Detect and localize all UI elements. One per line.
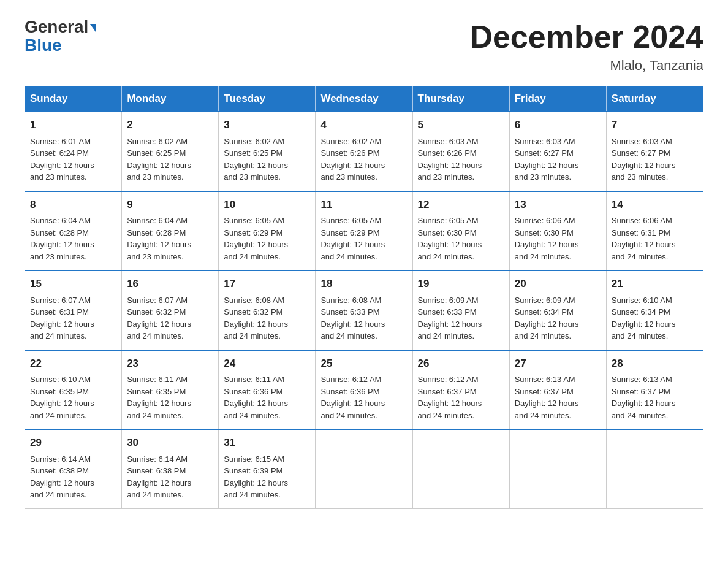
- calendar-cell: [316, 429, 412, 508]
- day-info: Sunrise: 6:04 AMSunset: 6:28 PMDaylight:…: [30, 215, 116, 262]
- calendar-cell: [606, 429, 703, 508]
- day-info: Sunrise: 6:02 AMSunset: 6:26 PMDaylight:…: [320, 136, 407, 183]
- calendar-cell: 20Sunrise: 6:09 AMSunset: 6:34 PMDayligh…: [509, 270, 606, 350]
- calendar-cell: 3Sunrise: 6:02 AMSunset: 6:25 PMDaylight…: [219, 112, 316, 191]
- title-block: December 2024 Mlalo, Tanzania: [469, 18, 703, 74]
- calendar-cell: 14Sunrise: 6:06 AMSunset: 6:31 PMDayligh…: [606, 191, 703, 271]
- day-number: 4: [320, 117, 407, 133]
- calendar-cell: 27Sunrise: 6:13 AMSunset: 6:37 PMDayligh…: [509, 350, 606, 430]
- calendar-table: SundayMondayTuesdayWednesdayThursdayFrid…: [25, 86, 703, 509]
- day-info: Sunrise: 6:10 AMSunset: 6:34 PMDaylight:…: [612, 294, 698, 342]
- day-number: 26: [418, 356, 504, 372]
- calendar-cell: 11Sunrise: 6:05 AMSunset: 6:29 PMDayligh…: [316, 191, 412, 271]
- calendar-cell: 17Sunrise: 6:08 AMSunset: 6:32 PMDayligh…: [219, 270, 316, 350]
- day-info: Sunrise: 6:02 AMSunset: 6:25 PMDaylight:…: [127, 136, 213, 183]
- day-info: Sunrise: 6:02 AMSunset: 6:25 PMDaylight:…: [224, 136, 310, 183]
- day-number: 18: [320, 276, 407, 292]
- calendar-week-3: 15Sunrise: 6:07 AMSunset: 6:31 PMDayligh…: [25, 270, 703, 350]
- calendar-cell: 4Sunrise: 6:02 AMSunset: 6:26 PMDaylight…: [316, 112, 412, 191]
- day-number: 13: [515, 197, 601, 213]
- day-number: 17: [224, 276, 310, 292]
- day-number: 25: [320, 356, 407, 372]
- day-info: Sunrise: 6:08 AMSunset: 6:33 PMDaylight:…: [320, 294, 407, 342]
- logo-line1: General: [25, 18, 96, 36]
- day-info: Sunrise: 6:10 AMSunset: 6:35 PMDaylight:…: [30, 373, 116, 421]
- calendar-cell: 29Sunrise: 6:14 AMSunset: 6:38 PMDayligh…: [25, 429, 122, 508]
- day-number: 7: [612, 117, 698, 133]
- day-number: 15: [30, 276, 116, 292]
- page-header: General Blue December 2024 Mlalo, Tanzan…: [25, 18, 703, 74]
- day-number: 11: [320, 197, 407, 213]
- day-info: Sunrise: 6:07 AMSunset: 6:31 PMDaylight:…: [30, 294, 116, 342]
- day-number: 2: [127, 117, 213, 133]
- calendar-cell: [509, 429, 606, 508]
- weekday-header-sunday: Sunday: [25, 86, 122, 112]
- day-number: 20: [515, 276, 601, 292]
- day-number: 19: [418, 276, 504, 292]
- calendar-week-2: 8Sunrise: 6:04 AMSunset: 6:28 PMDaylight…: [25, 191, 703, 271]
- calendar-week-4: 22Sunrise: 6:10 AMSunset: 6:35 PMDayligh…: [25, 350, 703, 430]
- calendar-cell: 19Sunrise: 6:09 AMSunset: 6:33 PMDayligh…: [412, 270, 509, 350]
- calendar-cell: 18Sunrise: 6:08 AMSunset: 6:33 PMDayligh…: [316, 270, 412, 350]
- calendar-cell: 9Sunrise: 6:04 AMSunset: 6:28 PMDaylight…: [122, 191, 219, 271]
- day-info: Sunrise: 6:13 AMSunset: 6:37 PMDaylight:…: [515, 373, 601, 421]
- day-number: 12: [418, 197, 504, 213]
- logo-line2: Blue: [25, 36, 62, 55]
- day-info: Sunrise: 6:14 AMSunset: 6:38 PMDaylight:…: [30, 453, 116, 501]
- calendar-cell: 30Sunrise: 6:14 AMSunset: 6:38 PMDayligh…: [122, 429, 219, 508]
- calendar-cell: 12Sunrise: 6:05 AMSunset: 6:30 PMDayligh…: [412, 191, 509, 271]
- day-info: Sunrise: 6:09 AMSunset: 6:33 PMDaylight:…: [418, 294, 504, 342]
- day-info: Sunrise: 6:05 AMSunset: 6:30 PMDaylight:…: [418, 215, 504, 262]
- day-number: 8: [30, 197, 116, 213]
- day-info: Sunrise: 6:07 AMSunset: 6:32 PMDaylight:…: [127, 294, 213, 342]
- day-number: 22: [30, 356, 116, 372]
- calendar-cell: 13Sunrise: 6:06 AMSunset: 6:30 PMDayligh…: [509, 191, 606, 271]
- weekday-header-thursday: Thursday: [412, 86, 509, 112]
- calendar-cell: 26Sunrise: 6:12 AMSunset: 6:37 PMDayligh…: [412, 350, 509, 430]
- day-info: Sunrise: 6:11 AMSunset: 6:35 PMDaylight:…: [127, 373, 213, 421]
- day-number: 31: [224, 435, 310, 451]
- calendar-cell: 25Sunrise: 6:12 AMSunset: 6:36 PMDayligh…: [316, 350, 412, 430]
- calendar-cell: 1Sunrise: 6:01 AMSunset: 6:24 PMDaylight…: [25, 112, 122, 191]
- day-info: Sunrise: 6:14 AMSunset: 6:38 PMDaylight:…: [127, 453, 213, 501]
- day-number: 21: [612, 276, 698, 292]
- day-number: 6: [515, 117, 601, 133]
- day-info: Sunrise: 6:06 AMSunset: 6:31 PMDaylight:…: [612, 215, 698, 262]
- calendar-cell: 28Sunrise: 6:13 AMSunset: 6:37 PMDayligh…: [606, 350, 703, 430]
- day-number: 24: [224, 356, 310, 372]
- day-info: Sunrise: 6:03 AMSunset: 6:27 PMDaylight:…: [515, 136, 601, 183]
- calendar-cell: 16Sunrise: 6:07 AMSunset: 6:32 PMDayligh…: [122, 270, 219, 350]
- day-number: 16: [127, 276, 213, 292]
- calendar-week-5: 29Sunrise: 6:14 AMSunset: 6:38 PMDayligh…: [25, 429, 703, 508]
- day-info: Sunrise: 6:03 AMSunset: 6:26 PMDaylight:…: [418, 136, 504, 183]
- weekday-header-friday: Friday: [509, 86, 606, 112]
- day-info: Sunrise: 6:05 AMSunset: 6:29 PMDaylight:…: [320, 215, 407, 262]
- calendar-cell: 8Sunrise: 6:04 AMSunset: 6:28 PMDaylight…: [25, 191, 122, 271]
- calendar-cell: 23Sunrise: 6:11 AMSunset: 6:35 PMDayligh…: [122, 350, 219, 430]
- day-number: 29: [30, 435, 116, 451]
- calendar-cell: 7Sunrise: 6:03 AMSunset: 6:27 PMDaylight…: [606, 112, 703, 191]
- calendar-cell: [412, 429, 509, 508]
- day-number: 27: [515, 356, 601, 372]
- day-info: Sunrise: 6:05 AMSunset: 6:29 PMDaylight:…: [224, 215, 310, 262]
- weekday-header-monday: Monday: [122, 86, 219, 112]
- weekday-header-wednesday: Wednesday: [316, 86, 412, 112]
- day-info: Sunrise: 6:03 AMSunset: 6:27 PMDaylight:…: [612, 136, 698, 183]
- calendar-cell: 21Sunrise: 6:10 AMSunset: 6:34 PMDayligh…: [606, 270, 703, 350]
- day-info: Sunrise: 6:15 AMSunset: 6:39 PMDaylight:…: [224, 453, 310, 501]
- month-title: December 2024: [469, 18, 703, 55]
- day-number: 10: [224, 197, 310, 213]
- calendar-cell: 22Sunrise: 6:10 AMSunset: 6:35 PMDayligh…: [25, 350, 122, 430]
- day-info: Sunrise: 6:01 AMSunset: 6:24 PMDaylight:…: [30, 136, 116, 183]
- day-number: 23: [127, 356, 213, 372]
- calendar-cell: 6Sunrise: 6:03 AMSunset: 6:27 PMDaylight…: [509, 112, 606, 191]
- weekday-header-tuesday: Tuesday: [219, 86, 316, 112]
- day-info: Sunrise: 6:09 AMSunset: 6:34 PMDaylight:…: [515, 294, 601, 342]
- day-info: Sunrise: 6:12 AMSunset: 6:36 PMDaylight:…: [320, 373, 407, 421]
- day-info: Sunrise: 6:13 AMSunset: 6:37 PMDaylight:…: [612, 373, 698, 421]
- weekday-header-saturday: Saturday: [606, 86, 703, 112]
- day-number: 5: [418, 117, 504, 133]
- day-number: 30: [127, 435, 213, 451]
- day-info: Sunrise: 6:04 AMSunset: 6:28 PMDaylight:…: [127, 215, 213, 262]
- calendar-cell: 2Sunrise: 6:02 AMSunset: 6:25 PMDaylight…: [122, 112, 219, 191]
